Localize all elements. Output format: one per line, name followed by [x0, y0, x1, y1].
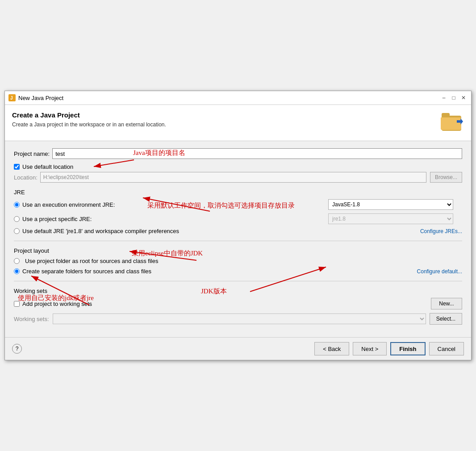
jre-option1-label[interactable]: Use an execution environment JRE: — [22, 201, 115, 208]
use-default-location-row: Use default location — [14, 163, 462, 170]
use-default-location-label[interactable]: Use default location — [22, 163, 73, 170]
project-layout-label: Project layout — [14, 247, 462, 254]
configure-default-link[interactable]: Configure default... — [417, 268, 462, 275]
body-section: Project name: Use default location Locat… — [5, 141, 471, 337]
svg-text:J: J — [10, 96, 13, 100]
jre-option2-label[interactable]: Use a project specific JRE: — [22, 216, 92, 222]
divider2 — [14, 281, 462, 281]
header-section: Create a Java Project Create a Java proj… — [5, 105, 471, 141]
layout-option1-label[interactable]: Use project folder as root for sources a… — [25, 258, 158, 264]
layout-option1-row: Use project folder as root for sources a… — [14, 258, 462, 264]
jre-section: JRE Use an execution environment JRE: Ja… — [14, 189, 462, 234]
jre-option1-row: Use an execution environment JRE: JavaSE… — [14, 199, 462, 210]
new-working-set-button[interactable]: New... — [431, 298, 462, 309]
project-name-input[interactable] — [52, 148, 462, 159]
window-controls: – □ ✕ — [440, 94, 468, 102]
location-row: Location: Browse... — [14, 172, 462, 183]
close-button[interactable]: ✕ — [459, 94, 468, 102]
layout-option2-row: Create separate folders for sources and … — [14, 268, 462, 275]
jre-option3-radio[interactable] — [14, 228, 20, 234]
jre-option2-radio[interactable] — [14, 216, 20, 222]
header-title: Create a Java Project — [12, 111, 166, 119]
minimize-button[interactable]: – — [440, 94, 448, 102]
add-to-working-sets-row: Add project to working sets New... — [14, 298, 462, 309]
layout-option1-radio[interactable] — [14, 258, 20, 264]
project-name-label: Project name: — [14, 150, 50, 157]
dialog-title: New Java Project — [18, 95, 437, 101]
jre-dropdown2[interactable]: jre1.8 — [328, 213, 453, 224]
working-sets-section: Working sets Add project to working sets… — [14, 288, 462, 325]
jre-option3-row: Use default JRE 'jre1.8' and workspace c… — [14, 228, 462, 234]
title-bar: J New Java Project – □ ✕ — [5, 91, 471, 105]
jre-option1-radio[interactable] — [14, 202, 20, 208]
next-button[interactable]: Next > — [353, 342, 387, 355]
help-button[interactable]: ? — [12, 344, 22, 354]
header-icon — [441, 111, 464, 134]
working-sets-dropdown[interactable] — [53, 313, 426, 324]
project-layout-section: Project layout Use project folder as roo… — [14, 247, 462, 275]
jre-option2-row: Use a project specific JRE: jre1.8 — [14, 213, 462, 224]
add-to-working-sets-label[interactable]: Add project to working sets — [22, 301, 431, 307]
finish-button[interactable]: Finish — [390, 342, 425, 355]
select-working-set-button[interactable]: Select... — [430, 313, 462, 325]
footer: ? < Back Next > Finish Cancel — [5, 337, 471, 360]
working-sets-input-row: Working sets: Select... — [14, 313, 462, 325]
jre-section-label: JRE — [14, 189, 462, 196]
browse-button[interactable]: Browse... — [430, 172, 462, 183]
location-input[interactable] — [40, 172, 426, 183]
working-sets-section-label: Working sets — [14, 288, 462, 294]
jre-option3-label[interactable]: Use default JRE 'jre1.8' and workspace c… — [22, 228, 179, 234]
back-button[interactable]: < Back — [314, 342, 349, 355]
divider1 — [14, 241, 462, 241]
project-name-row: Project name: — [14, 148, 462, 159]
use-default-location-checkbox[interactable] — [14, 164, 20, 170]
cancel-button[interactable]: Cancel — [429, 342, 464, 355]
working-sets-label: Working sets: — [14, 316, 49, 322]
header-subtitle: Create a Java project in the workspace o… — [12, 121, 166, 128]
layout-option2-radio[interactable] — [14, 268, 20, 274]
restore-button[interactable]: □ — [450, 94, 458, 102]
location-label: Location: — [14, 174, 38, 181]
app-icon: J — [8, 94, 16, 101]
configure-jres-link[interactable]: Configure JREs... — [420, 228, 462, 234]
add-to-working-sets-checkbox[interactable] — [14, 301, 20, 307]
jre-dropdown1[interactable]: JavaSE-1.8 — [328, 199, 453, 210]
layout-option2-label[interactable]: Create separate folders for sources and … — [22, 268, 151, 275]
